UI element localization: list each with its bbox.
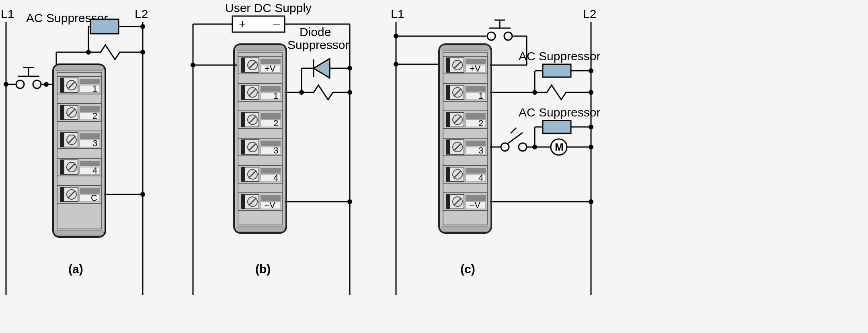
terminal-module-b: +V 1 2 3 4 –V (234, 44, 286, 233)
svg-text:+: + (239, 17, 246, 31)
svg-point-39 (140, 192, 145, 197)
ac-suppressor-c2 (543, 121, 571, 133)
diode-icon (314, 59, 330, 78)
svg-point-26 (33, 80, 41, 88)
svg-point-111 (589, 125, 593, 129)
svg-text:–V: –V (470, 200, 480, 210)
svg-text:4: 4 (478, 173, 483, 183)
svg-point-103 (519, 143, 527, 151)
svg-point-25 (16, 80, 24, 88)
l1-label-c: L1 (391, 7, 404, 20)
svg-text:–: – (273, 17, 280, 31)
svg-line-104 (507, 133, 523, 144)
l2-label-c: L2 (583, 7, 596, 20)
diagram-c: L1 L2 +V 1 2 3 4 –V AC Suppressor AC Sup… (391, 7, 600, 295)
svg-text:1: 1 (92, 84, 97, 94)
svg-point-20 (140, 24, 145, 29)
svg-point-67 (347, 199, 352, 204)
svg-point-73 (504, 32, 512, 40)
svg-text:C: C (91, 193, 97, 203)
svg-text:3: 3 (273, 145, 278, 155)
ac-suppressor-block-a (90, 19, 119, 34)
ac-suppressor-c1 (543, 64, 571, 77)
svg-text:3: 3 (92, 138, 97, 148)
svg-point-114 (589, 145, 593, 149)
svg-point-65 (347, 90, 352, 95)
svg-line-105 (511, 128, 516, 133)
terminal-module-a: 1 2 3 4 C (53, 64, 105, 237)
svg-text:2: 2 (478, 118, 483, 128)
ac-sup-label-c1: AC Suppressor (519, 49, 600, 63)
svg-point-116 (589, 199, 593, 204)
ac-sup-label-c2: AC Suppressor (519, 106, 600, 119)
l2-label: L2 (135, 7, 148, 20)
diagram-b: User DC Supply + – Diode Suppressor +V 1… (191, 1, 352, 295)
svg-rect-83 (441, 46, 490, 51)
svg-text:1: 1 (273, 91, 278, 101)
diode-label1: Diode (300, 25, 331, 39)
svg-text:4: 4 (92, 165, 97, 176)
l1-label: L1 (1, 7, 14, 20)
svg-point-31 (44, 82, 49, 87)
svg-point-64 (347, 66, 352, 71)
svg-text:4: 4 (273, 173, 278, 183)
svg-text:+V: +V (470, 63, 481, 74)
svg-point-72 (487, 32, 495, 40)
svg-point-100 (589, 90, 593, 95)
subfig-a: (a) (68, 262, 83, 276)
user-dc-label: User DC Supply (225, 1, 312, 14)
coil-a (88, 45, 143, 59)
coil-b (302, 85, 350, 100)
svg-rect-47 (236, 46, 285, 51)
subfig-c: (c) (460, 262, 475, 276)
svg-text:2: 2 (273, 118, 278, 128)
svg-text:1: 1 (478, 91, 483, 101)
diagram-a: L1 L2 AC Suppressor 1 2 3 4 C (a) (1, 7, 148, 295)
motor-label: M (555, 141, 564, 153)
coil-c1 (535, 85, 591, 100)
terminal-module-c: +V 1 2 3 4 –V (439, 44, 491, 233)
svg-text:3: 3 (478, 145, 483, 155)
svg-rect-84 (441, 227, 490, 231)
svg-text:2: 2 (92, 111, 97, 121)
subfig-b: (b) (255, 262, 271, 276)
svg-text:–V: –V (265, 200, 275, 210)
diode-label2: Suppressor (287, 38, 349, 51)
svg-point-99 (589, 68, 593, 73)
svg-rect-48 (236, 227, 285, 231)
svg-text:+V: +V (265, 63, 276, 74)
